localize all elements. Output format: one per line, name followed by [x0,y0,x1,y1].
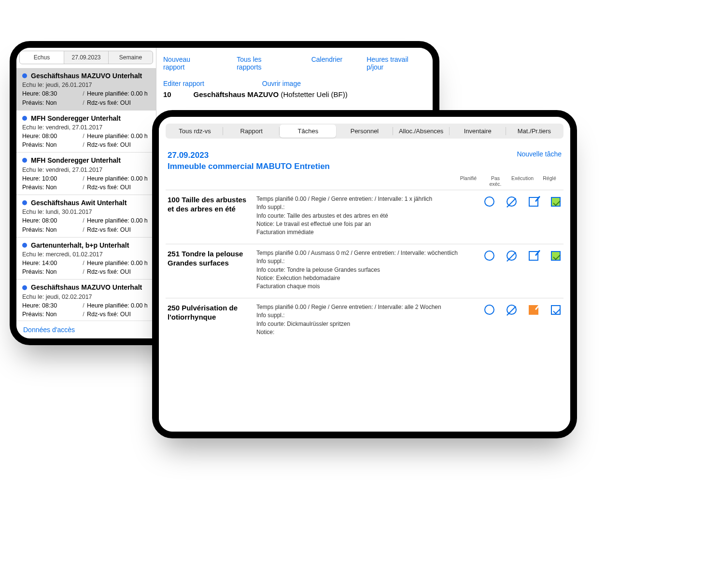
status-dot-icon [22,243,27,248]
item-rdz: Rdz-vs fixé: OUI [87,225,131,234]
item-rdz: Rdz-vs fixé: OUI [87,267,131,276]
column-header: Réglé [538,175,561,187]
item-echu: Echu le: vendredi, 27.01.2017 [22,123,151,132]
item-title: Gartenunterhalt, b+p Unterhalt [31,240,129,250]
list-item[interactable]: Geschäftshaus Awit UnterhaltEchu le: lun… [16,195,156,238]
item-rdz: Rdz-vs fixé: OUI [87,183,131,192]
item-title: MFH Sonderegger Unterhalt [31,155,121,165]
detail-header: 10 Geschäftshaus MAZUVO (Hofstetter Ueli… [163,90,426,98]
sidebar: Echus27.09.2023Semaine Geschäftshaus MAZ… [16,48,156,338]
item-title: Geschäftshaus MAZUVO Unterhalt [31,282,142,292]
new-task-link[interactable]: Nouvelle tâche [517,150,562,158]
appointments-list: Geschäftshaus MAZUVO UnterhaltEchu le: j… [16,68,156,321]
link-nouveau-rapport[interactable]: Nouveau rapport [163,56,212,71]
task-title: 100 Taille des arbustes et des arbres en… [168,195,250,237]
tablet-front: Tous rdz-vsRapportTâchesPersonnelAlloc./… [152,110,577,438]
item-planifiee: Heure planifiée: 0.00 h [87,89,148,98]
item-echu: Echu le: jeudi, 02.02.2017 [22,293,151,301]
item-preavis: Préavis: Non [22,183,80,192]
execution-icon[interactable] [528,304,539,316]
item-planifiee: Heure planifiée: 0.00 h [87,174,148,183]
item-preavis: Préavis: Non [22,310,80,319]
task-notice: Notice: [256,328,477,336]
task-notice: Notice: Exécution hebdomadaire [256,274,477,282]
item-heure: Heure: 08:00 [22,216,80,225]
task-meta: Temps planifié 0.00 / Regie / Genre entr… [256,303,477,311]
status-dot-icon [22,200,27,205]
task-info-suppl: Info suppl.: [256,203,477,211]
settled-icon[interactable] [550,196,562,208]
link-calendrier[interactable]: Calendrier [311,56,343,71]
header-title: Immeuble commercial MABUTO Entretien [168,161,330,172]
task-info-courte: Info courte: Taille des arbustes et des … [256,212,477,220]
status-dot-icon [22,116,27,121]
segment-control: Echus27.09.2023Semaine [19,51,153,64]
item-echu: Echu le: lundi, 30.01.2017 [22,208,151,216]
columns-header: PlanifiéPas exéc.ExécutionRéglé [166,175,563,190]
task-title: 251 Tondre la pelouse Grandes surfaces [168,249,250,291]
item-preavis: Préavis: Non [22,140,80,149]
access-data-link[interactable]: Données d'accès [16,321,156,338]
list-item[interactable]: Geschäftshaus MAZUVO UnterhaltEchu le: j… [16,68,156,111]
task-info-courte: Info courte: Tondre la pelouse Grandes s… [256,266,477,274]
item-echu: Echu le: jeudi, 26.01.2017 [22,81,151,89]
link-heures-travail-p-jour[interactable]: Heures travail p/jour [366,56,426,71]
task-billing: Facturation immédiate [256,228,477,237]
status-dot-icon [22,158,27,163]
link-editer-rapport[interactable]: Editer rapport [163,80,204,87]
top-links: Nouveau rapportTous les rapportsCalendri… [163,53,426,80]
settled-icon[interactable] [550,250,562,262]
task-row: 100 Taille des arbustes et des arbres en… [166,190,563,244]
detail-id: 10 [163,90,171,98]
tab-personnel[interactable]: Personnel [336,125,393,138]
item-planifiee: Heure planifiée: 0.00 h [87,132,148,140]
segment-semaine[interactable]: Semaine [109,51,153,64]
task-meta: Temps planifié 0.00 / Regie / Genre entr… [256,195,477,203]
tab-inventaire[interactable]: Inventaire [450,125,506,138]
execution-icon[interactable] [528,196,539,208]
execution-icon[interactable] [528,250,539,262]
item-planifiee: Heure planifiée: 0.00 h [87,216,148,225]
item-echu: Echu le: mercredi, 01.02.2017 [22,250,151,259]
item-planifiee: Heure planifiée: 0.00 h [87,259,148,267]
planned-icon[interactable] [483,304,495,316]
item-title: MFH Sonderegger Unterhalt [31,113,121,123]
planned-icon[interactable] [483,250,495,262]
planned-icon[interactable] [483,196,495,208]
column-header: Pas exéc. [484,175,507,187]
not-executed-icon[interactable] [506,304,517,316]
not-executed-icon[interactable] [506,196,517,208]
list-item[interactable]: MFH Sonderegger UnterhaltEchu le: vendre… [16,111,156,153]
segment-echus[interactable]: Echus [20,51,64,64]
tab-tous-rdz-vs[interactable]: Tous rdz-vs [167,125,223,138]
tab-alloc-absences[interactable]: Alloc./Absences [393,125,450,138]
tasks-list: 100 Taille des arbustes et des arbres en… [166,190,563,343]
tab-t-ches[interactable]: Tâches [280,125,336,138]
task-billing: Facturation chaque mois [256,282,477,291]
item-title: Geschäftshaus MAZUVO Unterhalt [31,71,142,81]
settled-icon[interactable] [550,304,562,316]
header-date: 27.09.2023 [168,150,330,161]
status-dot-icon [22,285,27,290]
link-tous-les-rapports[interactable]: Tous les rapports [237,56,287,71]
item-rdz: Rdz-vs fixé: OUI [87,140,131,149]
task-title: 250 Pulvérisation de l'otiorrhynque [168,303,250,337]
item-preavis: Préavis: Non [22,267,80,276]
item-heure: Heure: 08:30 [22,89,80,98]
link-ouvrir-image[interactable]: Ouvrir image [262,80,301,87]
item-planifiee: Heure planifiée: 0.00 h [87,301,148,310]
tab-mat-pr-tiers[interactable]: Mat./Pr.tiers [506,125,563,138]
task-info-suppl: Info suppl.: [256,311,477,320]
item-rdz: Rdz-vs fixé: OUI [87,98,131,107]
item-title: Geschäftshaus Awit Unterhalt [31,198,127,208]
tab-rapport[interactable]: Rapport [223,125,280,138]
task-row: 251 Tondre la pelouse Grandes surfacesTe… [166,244,563,298]
item-heure: Heure: 08:30 [22,301,80,310]
list-item[interactable]: MFH Sonderegger UnterhaltEchu le: vendre… [16,153,156,195]
list-item[interactable]: Geschäftshaus MAZUVO UnterhaltEchu le: j… [16,280,156,321]
not-executed-icon[interactable] [506,250,517,262]
list-item[interactable]: Gartenunterhalt, b+p UnterhaltEchu le: m… [16,238,156,280]
segment-27-09-2023[interactable]: 27.09.2023 [64,51,109,64]
task-info-courte: Info courte: Dickmaulrüssler spritzen [256,320,477,328]
column-header: Planifié [457,175,479,187]
